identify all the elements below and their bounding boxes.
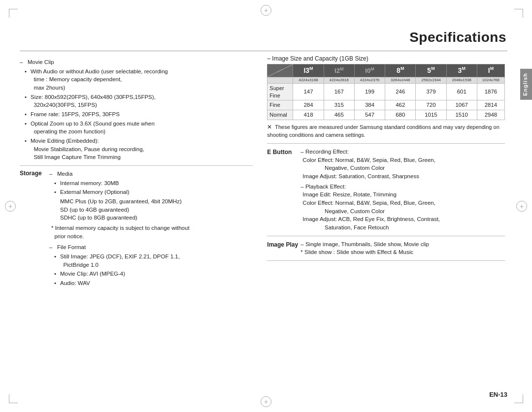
col-header-13m: I3M [293,64,324,77]
cell-n-5: 1015 [416,110,446,120]
cell-n-1: 2948 [477,110,504,120]
cell-f-13: 284 [293,100,324,110]
corner-mark-bl [9,394,18,403]
right-divider-3 [267,260,505,261]
list-item: Movie Editing (Embedded): Movie Stabiliz… [25,137,253,161]
left-column: – Movie Clip With Audio or without Audio… [20,55,253,289]
sub-header-res-5: 2592x1944 [416,77,446,83]
sub-header-blank [267,77,293,83]
recording-effect-items: Color Effect: Normal, B&W, Sepia, Red, B… [300,156,505,181]
table-note: ✕ These figures are measured under Samsu… [267,123,505,139]
e-button-row: E Button – Recording Effect: Color Effec… [267,148,505,232]
image-size-table: I3M I2M I0M 8M 5M 3M IM 4224x3168 4224x2… [267,64,505,120]
cell-sf-5: 379 [416,84,446,100]
e-button-label: E Button [267,148,300,232]
storage-section: Storage – Media Internal memory: 30MB Ex… [20,170,253,288]
section-divider [20,165,253,166]
list-item: Movie Clip: AVI (MPEG-4) [54,270,190,278]
list-item: External Memory (Optional) [54,188,190,196]
cell-sf-12: 167 [324,84,354,100]
table-row-normal: Normal 418 465 547 680 1015 1510 2948 [267,110,505,120]
e-button-section: E Button – Recording Effect: Color Effec… [267,148,505,232]
image-size-header: – Image Size and Capacity (1GB Size) [267,55,505,62]
cell-f-10: 384 [354,100,385,110]
cell-f-3: 1067 [446,100,477,110]
movie-clip-section: – Movie Clip With Audio or without Audio… [20,58,253,161]
image-play-section: Image Play – Single image, Thumbnails, S… [267,240,505,256]
cell-n-10: 547 [354,110,385,120]
storage-indent: MMC Plus (Up to 2GB, guaranteed, 4bit 20… [49,197,190,222]
file-format-header: – File Format [49,243,190,252]
corner-mark-tr [514,9,523,18]
crosshair-bottom [261,396,271,407]
col-header-10m: I0M [354,64,385,77]
storage-note: * Internal memory capacity is subject to… [49,224,190,240]
list-item: Still Image: JPEG (DCF), EXIF 2.21, DPOF… [54,253,190,269]
corner-mark-tl [9,9,18,18]
crosshair-right [516,201,527,212]
sub-header-res-1: 1024x768 [477,77,504,83]
right-divider-2 [267,236,505,236]
image-play-items: – Single image, Thumbnails, Slide show, … [300,240,505,256]
table-row-fine: Fine 284 315 384 462 720 1067 2814 [267,100,505,110]
sub-header-res-3: 2048x1536 [446,77,477,83]
right-divider-1 [267,143,505,144]
cell-n-13: 418 [293,110,324,120]
storage-media-header: – Media [49,170,190,178]
cell-f-12: 315 [324,100,354,110]
title-rule [20,51,507,51]
list-item: Optical Zoom up to 3.6X (Sound goes mute… [25,120,253,136]
row-label-superfine: Super Fine [267,84,293,100]
cell-sf-10: 199 [354,84,385,100]
image-play-content: – Single image, Thumbnails, Slide show, … [300,240,505,256]
table-corner-header [267,64,293,77]
sub-header-res-10: 4224x2376 [354,77,385,83]
list-item: Audio: WAV [54,279,190,287]
col-header-3m: 3M [446,64,477,77]
image-play-label: Image Play [267,240,300,256]
col-header-5m: 5M [416,64,446,77]
storage-label: Storage [20,170,49,288]
cell-f-8: 462 [385,100,416,110]
col-header-1m: IM [477,64,504,77]
cell-f-1: 2814 [477,100,504,110]
row-label-normal: Normal [267,110,293,120]
playback-effect-header: – Playback Effect: [300,183,505,191]
storage-media-list: Internal memory: 30MB External Memory (O… [49,179,190,196]
cell-sf-3: 601 [446,84,477,100]
playback-effect-items: Image Edit: Resize, Rotate, Trimming Col… [300,190,505,231]
cell-sf-13: 147 [293,84,324,100]
sub-header-res-12: 4224x2816 [324,77,354,83]
row-label-fine: Fine [267,100,293,110]
cell-n-8: 680 [385,110,416,120]
col-header-12m: I2M [324,64,354,77]
e-button-content: – Recording Effect: Color Effect: Normal… [300,148,505,232]
page-number: EN-13 [489,391,507,398]
sub-header-res-13: 4224x3168 [293,77,324,83]
side-tab-english: English [520,69,532,100]
cell-n-12: 465 [324,110,354,120]
storage-header-row: Storage – Media Internal memory: 30MB Ex… [20,170,253,288]
crosshair-left [5,201,16,212]
list-item: Internal memory: 30MB [54,179,190,188]
sub-header-res-8: 3264x2448 [385,77,416,83]
list-item: With Audio or without Audio (user select… [25,67,253,92]
crosshair-top [261,5,271,16]
movie-clip-list: With Audio or without Audio (user select… [20,67,253,161]
recording-effect-header: – Recording Effect: [300,148,505,156]
file-format-list: Still Image: JPEG (DCF), EXIF 2.21, DPOF… [49,253,190,287]
image-play-row: Image Play – Single image, Thumbnails, S… [267,240,505,256]
page-title: Specifications [409,30,506,45]
right-column: – Image Size and Capacity (1GB Size) I3M… [267,55,505,265]
col-header-8m: 8M [385,64,416,77]
list-item: Frame rate: 15FPS, 20FPS, 30FPS [25,110,253,119]
cell-n-3: 1510 [446,110,477,120]
corner-mark-br [514,394,523,403]
cell-sf-1: 1876 [477,84,504,100]
cell-f-5: 720 [416,100,446,110]
movie-clip-header: – Movie Clip [20,58,253,66]
table-row-superfine: Super Fine 147 167 199 246 379 601 1876 [267,84,505,100]
cell-sf-8: 246 [385,84,416,100]
list-item: Size: 800x592(20FPS), 640x480 (30FPS,15F… [25,93,253,109]
content-area: – Movie Clip With Audio or without Audio… [20,55,505,382]
